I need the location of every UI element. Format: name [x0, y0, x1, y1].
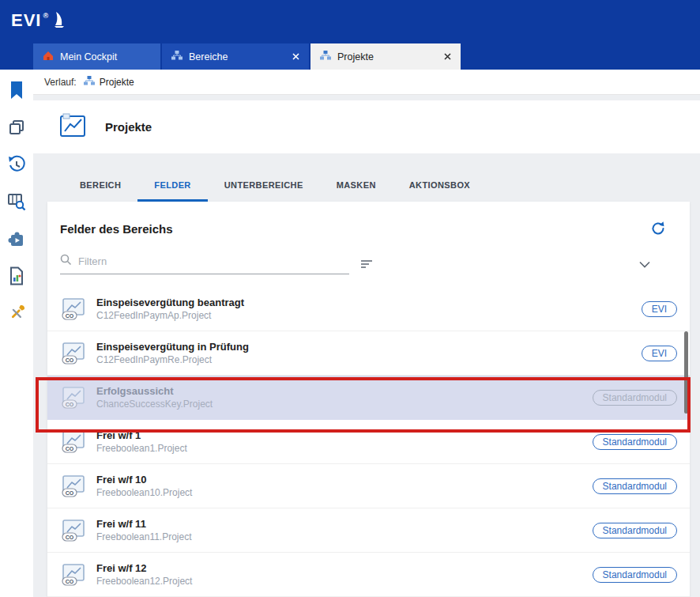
sail-icon: [51, 10, 67, 34]
history-bar: Verlauf: Projekte: [33, 70, 700, 95]
report-icon[interactable]: [6, 265, 28, 287]
tab-label: Projekte: [337, 51, 374, 62]
module-badge: Standardmodul: [593, 478, 677, 494]
left-rail: [0, 70, 33, 597]
field-title: Erfolgsaussicht: [96, 385, 213, 397]
module-badge: Standardmodul: [593, 567, 677, 583]
field-text: Frei w/f 11 Freeboolean11.Project: [96, 518, 192, 542]
data-search-icon[interactable]: [6, 191, 28, 213]
field-chart-icon: CO: [60, 474, 87, 498]
field-subtitle: ChanceSuccessKey.Project: [96, 399, 213, 410]
list-item[interactable]: CO Frei w/f 11 Freeboolean11.Project Sta…: [47, 508, 690, 553]
field-title: Einspeisevergütung beantragt: [96, 297, 244, 308]
module-badge: Standardmodul: [593, 523, 677, 538]
list-item[interactable]: CO Frei w/f 12 Freeboolean12.Project Sta…: [47, 553, 690, 597]
tab-unterbereiche[interactable]: Unterbereiche: [208, 180, 320, 202]
workspace: Verlauf: Projekte Projekte Bereich Felde…: [0, 70, 700, 597]
tab-projekte[interactable]: Projekte: [310, 43, 461, 70]
list-item[interactable]: CO Einspeisevergütung beantragt C12FeedI…: [47, 287, 690, 331]
field-chart-icon: CO: [60, 297, 87, 321]
filter-row: [60, 254, 677, 274]
document-tabbar: Mein Cockpit Bereiche Projekte: [0, 43, 700, 70]
field-title: Frei w/f 12: [96, 562, 192, 574]
field-text: Einspeisevergütung beantragt C12FeedInPa…: [96, 297, 244, 321]
projects-icon: [84, 76, 95, 88]
history-item-projekte[interactable]: Projekte: [84, 76, 134, 88]
fields-list: CO Einspeisevergütung beantragt C12FeedI…: [47, 287, 690, 597]
app-logo: EVI®: [11, 10, 67, 34]
history-label: Verlauf:: [44, 77, 77, 88]
field-subtitle: C12FeedInPaymRe.Project: [96, 354, 249, 365]
list-item[interactable]: CO Einspeisevergütung in Prüfung C12Feed…: [47, 331, 690, 376]
tools-icon[interactable]: [6, 302, 28, 324]
list-item-selected[interactable]: CO Erfolgsaussicht ChanceSuccessKey.Proj…: [47, 376, 690, 420]
panel-header: Felder des Bereichs: [47, 202, 690, 236]
field-chart-icon: CO: [60, 342, 87, 365]
logo-text: EVI: [11, 10, 41, 31]
field-chart-icon: CO: [60, 563, 87, 587]
field-text: Einspeisevergütung in Prüfung C12FeedInP…: [96, 341, 249, 365]
svg-text:CO: CO: [66, 534, 74, 539]
sort-icon[interactable]: [360, 259, 374, 270]
field-subtitle: Freeboolean10.Project: [96, 487, 192, 498]
tab-label: Mein Cockpit: [60, 51, 117, 62]
field-chart-icon: CO: [60, 519, 87, 542]
field-text: Frei w/f 1 Freeboolean1.Project: [96, 429, 187, 454]
tab-felder[interactable]: Felder: [137, 180, 207, 202]
close-icon[interactable]: [444, 53, 451, 60]
list-item[interactable]: CO Frei w/f 1 Freeboolean1.Project Stand…: [47, 420, 690, 464]
svg-text:CO: CO: [66, 578, 74, 584]
svg-text:CO: CO: [66, 445, 74, 451]
chart-page-icon: [59, 113, 88, 142]
field-subtitle: Freeboolean12.Project: [96, 576, 192, 587]
field-text: Frei w/f 10 Freeboolean10.Project: [96, 474, 192, 498]
field-title: Frei w/f 11: [96, 518, 192, 530]
tab-aktionsbox[interactable]: Aktionsbox: [393, 180, 487, 202]
history-item-label: Projekte: [100, 77, 134, 88]
field-subtitle: Freeboolean1.Project: [96, 443, 187, 454]
history-icon[interactable]: [6, 153, 28, 176]
field-chart-icon: CO: [60, 386, 87, 410]
list-item[interactable]: CO Frei w/f 10 Freeboolean10.Project Sta…: [47, 464, 690, 508]
tab-masken[interactable]: Masken: [320, 180, 393, 202]
field-title: Einspeisevergütung in Prüfung: [96, 341, 249, 353]
svg-text:CO: CO: [66, 312, 74, 318]
projects-icon: [320, 51, 331, 62]
windows-copy-icon[interactable]: [6, 116, 28, 138]
fields-panel: Felder des Bereichs: [47, 202, 690, 597]
main-content: Verlauf: Projekte Projekte Bereich Felde…: [33, 70, 700, 597]
tab-mein-cockpit[interactable]: Mein Cockpit: [33, 43, 160, 70]
module-badge: EVI: [642, 301, 677, 317]
field-title: Frei w/f 1: [96, 429, 187, 441]
close-icon[interactable]: [292, 53, 299, 60]
bookmark-icon[interactable]: [6, 79, 28, 101]
field-text: Frei w/f 12 Freeboolean12.Project: [96, 562, 192, 587]
field-text: Erfolgsaussicht ChanceSuccessKey.Project: [96, 385, 213, 410]
module-badge: Standardmodul: [593, 390, 677, 406]
areas-icon: [171, 51, 183, 62]
svg-text:CO: CO: [66, 489, 74, 495]
field-subtitle: C12FeedInPaymAp.Project: [96, 310, 244, 321]
search-icon: [60, 254, 72, 269]
module-badge: Standardmodul: [593, 434, 677, 450]
refresh-icon[interactable]: [650, 221, 666, 236]
page-header: Projekte: [33, 100, 700, 153]
plugin-icon[interactable]: [6, 228, 28, 250]
field-title: Frei w/f 10: [96, 474, 192, 486]
svg-text:CO: CO: [66, 357, 74, 362]
section-tabs: Bereich Felder Unterbereiche Masken Akti…: [33, 153, 700, 202]
page-title: Projekte: [105, 120, 152, 134]
tab-bereiche[interactable]: Bereiche: [162, 43, 309, 70]
tab-bereich[interactable]: Bereich: [63, 180, 137, 202]
field-chart-icon: CO: [60, 430, 87, 454]
module-badge: EVI: [642, 346, 677, 361]
svg-text:CO: CO: [66, 401, 74, 406]
chevron-down-icon[interactable]: [639, 261, 650, 268]
app-header: EVI®: [0, 0, 700, 43]
filter-box: [60, 254, 349, 274]
registered-mark: ®: [43, 12, 49, 20]
field-subtitle: Freeboolean11.Project: [96, 531, 192, 542]
home-icon: [43, 51, 54, 63]
filter-input[interactable]: [78, 255, 349, 267]
list-scrollbar-thumb[interactable]: [684, 331, 688, 414]
